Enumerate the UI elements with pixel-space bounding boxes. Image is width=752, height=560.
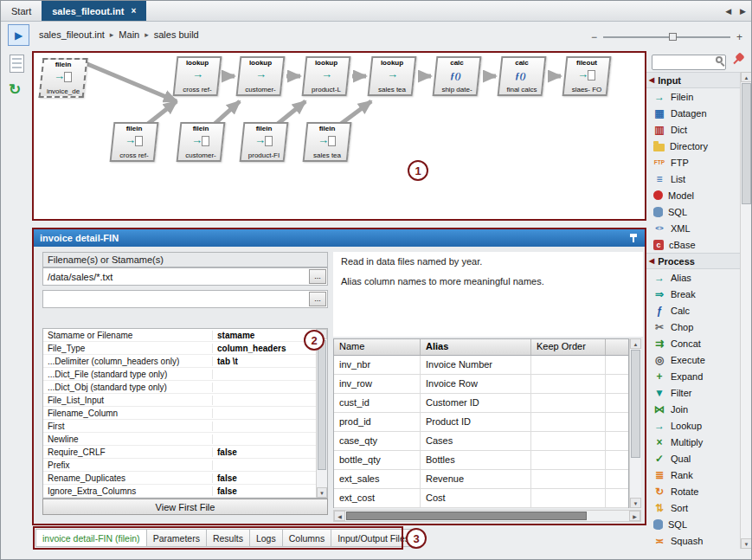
table-row[interactable]: ext_costCost [334, 489, 628, 508]
alias-vertical-scrollbar[interactable]: ▲ ▼ [629, 338, 641, 508]
scroll-thumb[interactable] [346, 512, 587, 520]
node-invoice-de[interactable]: filein→invoice_de [39, 58, 88, 98]
property-row[interactable]: Require_CRLFfalse [43, 446, 316, 459]
column-header-keep-order[interactable]: Keep Order [531, 339, 606, 355]
node-lookup-customer[interactable]: lookup→customer- [236, 56, 286, 96]
property-row[interactable]: First [43, 420, 316, 433]
node-calc-shipdate[interactable]: calcƒ()ship date- [433, 56, 482, 96]
property-row[interactable]: Filename_Column [43, 407, 316, 420]
column-header-name[interactable]: Name [334, 339, 421, 355]
palette-scrollbar[interactable]: ▲ ▼ [740, 72, 752, 549]
property-row[interactable]: File_List_Input [43, 394, 316, 407]
bottom-tab-invoice-detail-fin-filein[interactable]: invoice detail-FIN (filein) [35, 529, 147, 547]
filename-row-1[interactable]: /data/sales/*.txt... [42, 267, 328, 286]
scroll-thumb[interactable] [631, 350, 640, 458]
scroll-up-icon[interactable]: ▲ [630, 338, 641, 349]
scroll-left-icon[interactable]: ◀ [334, 511, 345, 521]
scroll-down-icon[interactable]: ▼ [741, 538, 752, 549]
node-lookup-salestea[interactable]: lookup→sales tea [368, 56, 417, 96]
property-row[interactable]: ...Dict_File (standard type only) [43, 368, 316, 381]
table-row[interactable]: prod_idProduct ID [334, 413, 628, 432]
breadcrumb-item[interactable]: sales_fileout.int [39, 29, 105, 40]
palette-item-process-rank[interactable]: ≣Rank [646, 467, 740, 483]
table-row[interactable]: inv_rowInvoice Row [334, 375, 628, 394]
pin-icon[interactable] [628, 233, 639, 244]
palette-pin-button[interactable] [730, 52, 747, 69]
propgrid-scrollbar[interactable]: ▲ ▼ [316, 329, 327, 498]
node-calc-finalcalcs[interactable]: calcƒ()final calcs [498, 56, 547, 96]
palette-item-process-filter[interactable]: ▼Filter [646, 384, 740, 401]
property-row[interactable]: Stamame or Filenamestamame [43, 329, 316, 342]
bottom-tab-columns[interactable]: Columns [282, 529, 331, 547]
dataflow-canvas[interactable]: filein→invoice_delookup→cross ref-lookup… [32, 51, 646, 221]
scroll-down-icon[interactable]: ▼ [630, 498, 641, 508]
property-row[interactable]: ...Dict_Obj (standard type only) [43, 381, 316, 394]
filename-row-2[interactable]: ... [42, 290, 328, 308]
document-icon[interactable] [10, 55, 24, 73]
palette-item-input-xml[interactable]: <>XML [646, 220, 740, 236]
refresh-icon[interactable]: ↻ [9, 80, 21, 99]
node-lookup-crossref[interactable]: lookup→cross ref- [173, 56, 222, 96]
scroll-up-icon[interactable]: ▲ [741, 72, 752, 82]
zoom-in-icon[interactable]: + [736, 33, 742, 42]
palette-item-input-sql[interactable]: SQL [646, 203, 740, 220]
tab-nav-forward-icon[interactable]: ▶ [738, 7, 748, 16]
scroll-down-icon[interactable]: ▼ [317, 487, 327, 498]
palette-section-process[interactable]: ◀Process [646, 253, 740, 269]
zoom-thumb[interactable] [669, 33, 677, 41]
tab-nav-back-icon[interactable]: ◀ [723, 7, 733, 16]
palette-item-process-sql[interactable]: SQL [646, 516, 740, 532]
node-filein-product[interactable]: filein→product-FI [240, 122, 289, 162]
palette-item-input-list[interactable]: ≡List [646, 171, 740, 187]
node-filein-crossref[interactable]: filein→cross ref- [110, 122, 159, 162]
bottom-tab-parameters[interactable]: Parameters [146, 529, 207, 547]
palette-item-process-chop[interactable]: ✂Chop [646, 319, 740, 335]
bottom-tab-results[interactable]: Results [206, 529, 250, 547]
search-input[interactable] [652, 55, 726, 70]
palette-item-input-datagen[interactable]: ▦Datagen [646, 105, 740, 121]
palette-item-process-sort[interactable]: ⇅Sort [646, 499, 740, 516]
node-lookup-product[interactable]: lookup→product-L [302, 56, 351, 96]
view-first-file-button[interactable]: View First File [42, 499, 328, 515]
palette-item-input-directory[interactable]: Directory [646, 138, 740, 154]
palette-item-input-ftp[interactable]: FTPFTP [646, 154, 740, 171]
palette-item-process-calc[interactable]: ƒCalc [646, 302, 740, 319]
bottom-tab-input-output-files[interactable]: Input/Output Files [331, 529, 416, 547]
table-row[interactable]: cust_idCustomer ID [334, 394, 628, 413]
table-row[interactable]: inv_nbrInvoice Number [334, 356, 628, 375]
palette-section-input[interactable]: ◀Input [646, 72, 740, 88]
zoom-slider[interactable] [603, 36, 730, 38]
table-row[interactable]: ext_salesRevenue [334, 470, 628, 489]
node-fileout-sales[interactable]: fileout→slaes- FO [562, 56, 612, 96]
table-row[interactable]: case_qtyCases [334, 432, 628, 451]
tab-start[interactable]: Start [1, 1, 42, 21]
run-button[interactable]: ▶ [8, 24, 29, 46]
palette-item-input-dict[interactable]: ▥Dict [646, 121, 740, 138]
palette-item-process-execute[interactable]: ◎Execute [646, 351, 740, 368]
table-row[interactable]: bottle_qtyBottles [334, 451, 628, 470]
property-row[interactable]: Rename_Duplicatesfalse [43, 472, 316, 485]
node-filein-customer[interactable]: filein→customer- [177, 122, 226, 162]
palette-item-process-break[interactable]: ⇒Break [646, 286, 740, 302]
palette-item-process-rotate[interactable]: ↻Rotate [646, 483, 740, 499]
property-row[interactable]: ...Delimiter (column_headers only)tab \t [43, 355, 316, 368]
palette-item-input-filein[interactable]: →Filein [646, 88, 740, 105]
scroll-thumb[interactable] [742, 83, 751, 204]
breadcrumb-item[interactable]: Main [119, 29, 139, 40]
palette-item-process-alias[interactable]: →Alias [646, 269, 740, 286]
zoom-out-icon[interactable]: − [591, 33, 597, 42]
alias-horizontal-scrollbar[interactable]: ◀ ▶ [333, 510, 641, 522]
breadcrumb-item[interactable]: sales build [154, 29, 199, 40]
browse-button[interactable]: ... [309, 292, 326, 306]
palette-item-process-concat[interactable]: ⇉Concat [646, 335, 740, 351]
palette-item-process-squash[interactable]: ≍Squash [646, 532, 740, 549]
palette-item-input-model[interactable]: Model [646, 187, 740, 203]
palette-item-process-join[interactable]: ⋈Join [646, 401, 740, 417]
property-row[interactable]: Newline [43, 433, 316, 446]
close-icon[interactable]: × [131, 6, 136, 16]
property-row[interactable]: Prefix [43, 459, 316, 472]
bottom-tab-logs[interactable]: Logs [249, 529, 283, 547]
scroll-right-icon[interactable]: ▶ [629, 511, 640, 521]
property-row[interactable]: Ignore_Extra_Columnsfalse [43, 485, 316, 498]
property-row[interactable]: File_Typecolumn_headers [43, 342, 316, 355]
